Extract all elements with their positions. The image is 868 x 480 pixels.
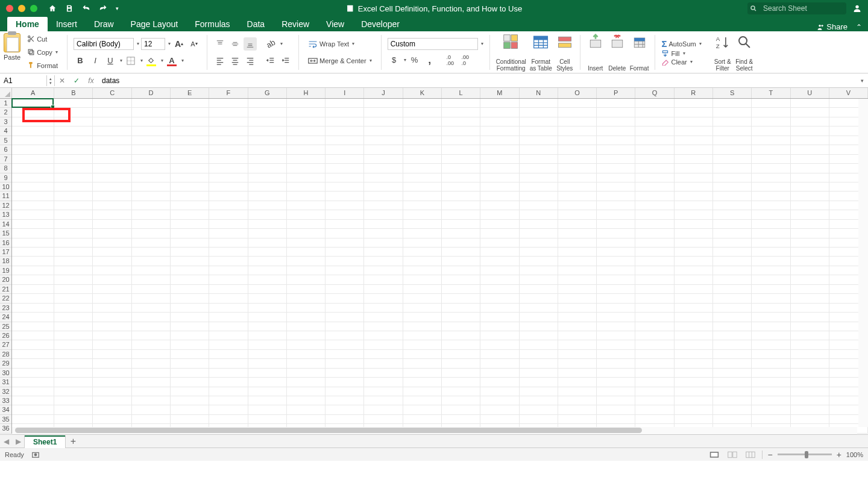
col-header-J[interactable]: J bbox=[364, 88, 403, 98]
cell-J29[interactable] bbox=[364, 359, 403, 368]
cell-U4[interactable] bbox=[791, 126, 829, 136]
cell-R19[interactable] bbox=[675, 266, 713, 275]
cell-P19[interactable] bbox=[597, 266, 635, 275]
col-header-N[interactable]: N bbox=[520, 88, 558, 98]
cell-S6[interactable] bbox=[713, 145, 752, 154]
cell-N30[interactable] bbox=[520, 369, 558, 378]
cell-B9[interactable] bbox=[54, 173, 93, 182]
row-header-3[interactable]: 3 bbox=[0, 117, 11, 126]
cell-S22[interactable] bbox=[713, 294, 752, 303]
cell-P33[interactable] bbox=[597, 396, 635, 405]
cell-F7[interactable] bbox=[209, 155, 248, 164]
cell-N24[interactable] bbox=[520, 313, 558, 322]
cell-P16[interactable] bbox=[597, 238, 635, 248]
cell-B33[interactable] bbox=[54, 396, 93, 405]
cell-C7[interactable] bbox=[93, 155, 131, 164]
cell-A31[interactable] bbox=[12, 378, 54, 387]
fill-color-dropdown[interactable]: ▾ bbox=[161, 58, 163, 63]
cell-B25[interactable] bbox=[54, 322, 93, 331]
underline-button[interactable]: U bbox=[104, 54, 117, 67]
cell-T34[interactable] bbox=[752, 405, 790, 414]
cell-T3[interactable] bbox=[752, 117, 790, 126]
cell-L35[interactable] bbox=[442, 415, 480, 424]
collapse-ribbon-icon[interactable]: ⌃ bbox=[856, 23, 862, 31]
cell-O15[interactable] bbox=[558, 229, 597, 238]
row-header-21[interactable]: 21 bbox=[0, 285, 11, 294]
row-header-26[interactable]: 26 bbox=[0, 331, 11, 340]
cell-S18[interactable] bbox=[713, 257, 752, 266]
cell-G6[interactable] bbox=[248, 145, 287, 154]
cell-Q12[interactable] bbox=[635, 201, 674, 210]
row-header-15[interactable]: 15 bbox=[0, 229, 11, 238]
cell-N16[interactable] bbox=[520, 238, 558, 248]
cell-R12[interactable] bbox=[675, 201, 713, 210]
row-header-30[interactable]: 30 bbox=[0, 369, 11, 378]
cell-M18[interactable] bbox=[480, 257, 519, 266]
cell-M3[interactable] bbox=[480, 117, 519, 126]
cell-A3[interactable] bbox=[12, 117, 54, 126]
page-break-view-button[interactable] bbox=[744, 450, 757, 460]
cell-C2[interactable] bbox=[93, 108, 131, 117]
cell-B30[interactable] bbox=[54, 369, 93, 378]
cell-U24[interactable] bbox=[791, 313, 829, 322]
cell-M26[interactable] bbox=[480, 331, 519, 340]
cell-K34[interactable] bbox=[403, 405, 442, 414]
increase-decimal-button[interactable]: .0.00 bbox=[444, 54, 457, 67]
cell-J15[interactable] bbox=[364, 229, 403, 238]
row-header-25[interactable]: 25 bbox=[0, 322, 11, 331]
cell-H30[interactable] bbox=[287, 369, 326, 378]
cell-C20[interactable] bbox=[93, 275, 131, 284]
cell-D2[interactable] bbox=[132, 108, 171, 117]
cell-F27[interactable] bbox=[209, 340, 248, 349]
cell-S9[interactable] bbox=[713, 173, 752, 182]
cell-F11[interactable] bbox=[209, 192, 248, 201]
cell-U3[interactable] bbox=[791, 117, 829, 126]
cell-B32[interactable] bbox=[54, 387, 93, 396]
cell-P7[interactable] bbox=[597, 155, 635, 164]
cell-J25[interactable] bbox=[364, 322, 403, 331]
cell-F19[interactable] bbox=[209, 266, 248, 275]
cell-P17[interactable] bbox=[597, 248, 635, 257]
row-header-10[interactable]: 10 bbox=[0, 182, 11, 192]
cell-Q11[interactable] bbox=[635, 192, 674, 201]
row-header-32[interactable]: 32 bbox=[0, 387, 11, 396]
col-header-P[interactable]: P bbox=[597, 88, 635, 98]
cell-C30[interactable] bbox=[93, 369, 131, 378]
cell-G20[interactable] bbox=[248, 275, 287, 284]
cell-E1[interactable] bbox=[171, 99, 209, 108]
cell-H19[interactable] bbox=[287, 266, 326, 275]
cell-N10[interactable] bbox=[520, 182, 558, 192]
cell-B22[interactable] bbox=[54, 294, 93, 303]
row-header-8[interactable]: 8 bbox=[0, 164, 11, 173]
col-header-Q[interactable]: Q bbox=[635, 88, 674, 98]
cell-R25[interactable] bbox=[675, 322, 713, 331]
cell-S30[interactable] bbox=[713, 369, 752, 378]
cell-D22[interactable] bbox=[132, 294, 171, 303]
cell-N17[interactable] bbox=[520, 248, 558, 257]
formula-input[interactable] bbox=[98, 75, 856, 86]
cell-A11[interactable] bbox=[12, 192, 54, 201]
tab-review[interactable]: Review bbox=[273, 17, 318, 31]
cut-button[interactable]: Cut bbox=[24, 33, 61, 45]
search-input[interactable] bbox=[760, 2, 844, 14]
cell-D5[interactable] bbox=[132, 136, 171, 145]
cell-O35[interactable] bbox=[558, 415, 597, 424]
cell-L20[interactable] bbox=[442, 275, 480, 284]
cell-U35[interactable] bbox=[791, 415, 829, 424]
cell-Q5[interactable] bbox=[635, 136, 674, 145]
cell-F4[interactable] bbox=[209, 126, 248, 136]
cell-S11[interactable] bbox=[713, 192, 752, 201]
cell-J32[interactable] bbox=[364, 387, 403, 396]
cell-I16[interactable] bbox=[326, 238, 364, 248]
cell-D25[interactable] bbox=[132, 322, 171, 331]
cell-P10[interactable] bbox=[597, 182, 635, 192]
cell-S13[interactable] bbox=[713, 210, 752, 219]
cell-T25[interactable] bbox=[752, 322, 790, 331]
cell-M27[interactable] bbox=[480, 340, 519, 349]
cell-J6[interactable] bbox=[364, 145, 403, 154]
cell-A30[interactable] bbox=[12, 369, 54, 378]
clear-button[interactable]: Clear▾ bbox=[661, 58, 701, 66]
col-header-B[interactable]: B bbox=[54, 88, 93, 98]
cell-Q18[interactable] bbox=[635, 257, 674, 266]
cell-C19[interactable] bbox=[93, 266, 131, 275]
